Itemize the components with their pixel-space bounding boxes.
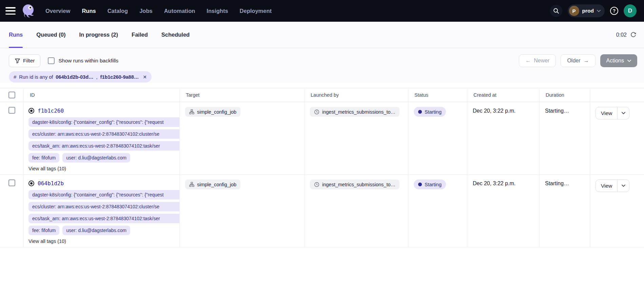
target-job-pill[interactable]: simple_config_job <box>185 179 240 189</box>
actions-button[interactable]: Actions <box>600 54 637 67</box>
run-tag[interactable]: dagster-k8s/config: {"container_config":… <box>28 117 179 127</box>
hamburger-menu-icon[interactable] <box>5 7 16 15</box>
view-dropdown-chevron-icon[interactable] <box>618 180 629 192</box>
view-all-tags-link[interactable]: View all tags (10) <box>28 239 179 244</box>
duration-value: Starting… <box>540 175 590 247</box>
clock-icon <box>314 182 319 187</box>
run-tag[interactable]: ecs/task_arn: arn:aws:ecs:us-west-2:8784… <box>28 141 179 151</box>
chevron-down-icon <box>627 60 631 62</box>
run-tag[interactable]: fee: fifofum <box>28 153 59 163</box>
show-backfills-label: Show runs within backfills <box>58 58 118 64</box>
runs-tabs-row: Runs Queued (0) In progress (2) Failed S… <box>0 22 644 48</box>
nav-item-insights[interactable]: Insights <box>207 8 228 14</box>
duration-value: Starting… <box>540 102 590 174</box>
nav-item-jobs[interactable]: Jobs <box>139 8 153 14</box>
nav-item-deployment[interactable]: Deployment <box>240 8 272 14</box>
column-header-created-at: Created at <box>467 88 540 102</box>
status-dot-icon <box>418 183 422 186</box>
column-header-status: Status <box>408 88 467 102</box>
close-icon[interactable]: ✕ <box>143 74 147 80</box>
clock-icon <box>314 109 319 115</box>
user-avatar[interactable]: D <box>624 4 637 17</box>
deployment-switcher[interactable]: P prod <box>568 4 605 17</box>
top-navigation-bar: Overview Runs Catalog Jobs Automation In… <box>0 0 644 22</box>
run-tag[interactable]: ecs/cluster: arn:aws:ecs:us-west-2:87848… <box>28 129 179 139</box>
newer-button-label: Newer <box>534 58 549 64</box>
run-tag[interactable]: user: d.liu@dagsterlabs.com <box>62 153 130 163</box>
launched-by-name: ingest_metrics_submissions_to… <box>322 109 395 115</box>
status-label: Starting <box>425 182 442 187</box>
refresh-icon[interactable] <box>630 32 637 38</box>
table-row: 064b1d2b dagster-k8s/config: {"container… <box>0 175 644 247</box>
tab-failed[interactable]: Failed <box>132 22 148 48</box>
table-header-row: ID Target Launched by Status Created at … <box>0 88 644 102</box>
status-badge: Starting <box>414 179 446 189</box>
run-id-filter-chip[interactable]: # Run id is any of 064b1d2b-03d… , f1b1c… <box>9 71 152 82</box>
actions-button-label: Actions <box>606 58 624 64</box>
filter-button[interactable]: Filter <box>9 54 40 67</box>
run-tag[interactable]: fee: fifofum <box>28 226 59 235</box>
primary-nav: Overview Runs Catalog Jobs Automation In… <box>45 8 272 14</box>
nav-item-catalog[interactable]: Catalog <box>108 8 128 14</box>
filter-chip-separator: , <box>96 74 98 80</box>
nav-item-automation[interactable]: Automation <box>164 8 195 14</box>
column-header-launched-by: Launched by <box>305 88 408 102</box>
runs-table: ID Target Launched by Status Created at … <box>0 88 644 247</box>
run-tag[interactable]: ecs/task_arn: arn:aws:ecs:us-west-2:8784… <box>28 214 179 223</box>
chevron-down-icon <box>597 10 601 12</box>
view-run-button[interactable]: View <box>596 107 618 119</box>
tab-queued[interactable]: Queued (0) <box>36 22 65 48</box>
run-starting-spinner-icon <box>28 180 34 186</box>
filter-icon <box>15 58 20 64</box>
status-label: Starting <box>425 109 442 115</box>
refresh-countdown: 0:02 <box>616 32 627 38</box>
nav-item-runs[interactable]: Runs <box>82 8 96 14</box>
runs-toolbar: Filter Show runs within backfills ← Newe… <box>0 48 644 67</box>
column-header-target: Target <box>180 88 305 102</box>
target-job-pill[interactable]: simple_config_job <box>185 107 240 117</box>
job-icon <box>189 109 194 114</box>
view-dropdown-chevron-icon[interactable] <box>618 107 629 119</box>
view-all-tags-link[interactable]: View all tags (10) <box>28 166 179 171</box>
arrow-left-icon: ← <box>525 58 531 64</box>
select-all-checkbox[interactable] <box>8 92 15 98</box>
view-run-button[interactable]: View <box>596 180 618 192</box>
row-checkbox[interactable] <box>8 107 15 114</box>
column-header-id: ID <box>24 88 180 102</box>
newer-button[interactable]: ← Newer <box>519 54 556 67</box>
row-checkbox[interactable] <box>8 179 15 186</box>
column-header-actions <box>590 88 644 102</box>
table-row: f1b1c260 dagster-k8s/config: {"container… <box>0 102 644 175</box>
status-dot-icon <box>418 110 422 114</box>
run-tag[interactable]: ecs/cluster: arn:aws:ecs:us-west-2:87848… <box>28 202 179 211</box>
dagster-logo[interactable] <box>20 3 36 19</box>
column-header-duration: Duration <box>540 88 590 102</box>
search-icon <box>553 7 560 14</box>
filter-chip-run-id-1: 064b1d2b-03d… <box>56 74 93 80</box>
older-button-label: Older <box>567 58 580 64</box>
run-id-link[interactable]: f1b1c260 <box>38 108 64 114</box>
created-at-value: Dec 20, 3:22 p.m. <box>467 102 540 174</box>
show-backfills-checkbox[interactable] <box>48 57 55 64</box>
filter-button-label: Filter <box>23 58 35 64</box>
target-job-name: simple_config_job <box>197 182 236 187</box>
hash-icon: # <box>14 74 16 80</box>
created-at-value: Dec 20, 3:22 p.m. <box>467 175 540 247</box>
launched-by-pill[interactable]: ingest_metrics_submissions_to… <box>310 107 399 117</box>
run-tag[interactable]: dagster-k8s/config: {"container_config":… <box>28 190 179 199</box>
older-button[interactable]: Older → <box>561 54 595 67</box>
deployment-badge: P <box>569 6 579 16</box>
active-filters-row: # Run id is any of 064b1d2b-03d… , f1b1c… <box>0 67 644 83</box>
show-backfills-toggle[interactable]: Show runs within backfills <box>48 57 118 64</box>
launched-by-pill[interactable]: ingest_metrics_submissions_to… <box>310 179 399 189</box>
help-icon[interactable]: ? <box>610 7 618 15</box>
tab-in-progress[interactable]: In progress (2) <box>79 22 118 48</box>
run-id-link[interactable]: 064b1d2b <box>38 180 64 187</box>
nav-item-overview[interactable]: Overview <box>45 8 70 14</box>
run-tag[interactable]: user: d.liu@dagsterlabs.com <box>62 226 130 235</box>
search-button[interactable] <box>550 5 562 17</box>
tab-scheduled[interactable]: Scheduled <box>161 22 190 48</box>
run-starting-spinner-icon <box>28 108 34 114</box>
launched-by-name: ingest_metrics_submissions_to… <box>322 182 395 187</box>
tab-runs[interactable]: Runs <box>9 22 23 48</box>
